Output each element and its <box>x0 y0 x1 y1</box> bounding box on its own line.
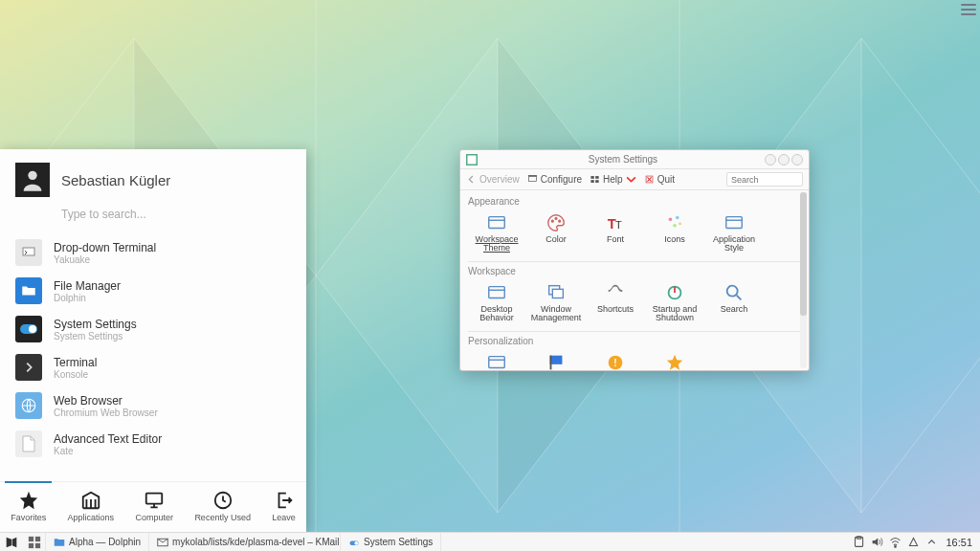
svg-point-19 <box>555 218 557 220</box>
configure-button[interactable]: Configure <box>527 174 582 185</box>
window-icon <box>724 212 745 233</box>
application-launcher: Sebastian Kügler Drop-down TerminalYakua… <box>0 149 306 532</box>
folder-icon <box>15 277 42 304</box>
settings-item-window-management[interactable]: Window Management <box>527 280 585 325</box>
globe-icon <box>15 392 42 419</box>
svg-rect-13 <box>595 176 598 179</box>
launcher-tab-applications[interactable]: Applications <box>68 490 115 522</box>
svg-point-32 <box>727 286 738 297</box>
launcher-tab-computer[interactable]: Computer <box>135 490 173 522</box>
toggle-icon <box>15 316 42 342</box>
svg-text:T: T <box>615 219 622 231</box>
keyboard-icon <box>605 282 626 303</box>
volume-icon[interactable] <box>871 536 883 548</box>
settings-item-color[interactable]: Color <box>527 210 585 255</box>
svg-rect-34 <box>550 355 563 364</box>
favorite-sublabel: Yakuake <box>54 254 156 265</box>
settings-item-notification[interactable]: ! Notification <box>587 350 644 370</box>
svg-rect-41 <box>34 542 39 547</box>
favorite-label: Advanced Text Editor <box>54 432 162 446</box>
favorite-item[interactable]: Drop-down TerminalYakuake <box>0 233 306 272</box>
svg-rect-33 <box>489 356 505 367</box>
updates-icon[interactable] <box>907 536 920 548</box>
terminal-drop-icon <box>15 239 42 266</box>
activity-button[interactable] <box>23 533 46 552</box>
svg-rect-9 <box>468 155 477 164</box>
svg-rect-40 <box>28 542 33 547</box>
svg-rect-14 <box>590 180 593 183</box>
help-button[interactable]: Help <box>590 174 636 185</box>
launcher-search-input[interactable] <box>61 208 291 221</box>
svg-point-1 <box>28 171 36 180</box>
svg-rect-28 <box>489 286 505 298</box>
svg-rect-38 <box>28 536 33 540</box>
sparkles-icon <box>664 212 685 233</box>
network-icon[interactable] <box>889 536 902 548</box>
window-minimize-button[interactable] <box>765 154 776 165</box>
launcher-tabs: Favorites Applications Computer Recently… <box>0 481 306 532</box>
favorite-item[interactable]: TerminalKonsole <box>0 348 306 386</box>
favorite-item[interactable]: File ManagerDolphin <box>0 272 306 310</box>
window-toolbar: Overview Configure Help Quit <box>460 169 809 190</box>
launcher-tab-leave[interactable]: Leave <box>272 490 296 522</box>
doc-icon <box>15 430 42 457</box>
svg-point-23 <box>669 218 673 222</box>
user-avatar[interactable] <box>15 163 50 197</box>
username-label: Sebastian Kügler <box>61 172 170 188</box>
window-icon <box>486 352 507 370</box>
settings-item-applications[interactable]: Applications <box>646 350 703 370</box>
start-button[interactable] <box>0 533 23 552</box>
search-icon <box>724 282 745 303</box>
window-maximize-button[interactable] <box>778 154 790 165</box>
taskbar-task[interactable]: mykolab/lists/kde/plasma-devel – KMail <box>149 533 341 551</box>
window-close-button[interactable] <box>791 154 803 165</box>
overview-button[interactable]: Overview <box>466 174 520 185</box>
svg-rect-15 <box>595 180 598 183</box>
favorite-sublabel: Konsole <box>54 369 97 380</box>
svg-point-24 <box>676 216 679 220</box>
settings-body: Appearance Workspace Theme Color TT Font… <box>460 190 809 370</box>
app-icon <box>466 154 478 165</box>
font-icon: TT <box>605 212 626 233</box>
scrollbar[interactable] <box>800 192 807 368</box>
window-titlebar[interactable]: System Settings <box>460 150 809 169</box>
settings-item-desktop-behavior[interactable]: Desktop Behavior <box>468 280 525 325</box>
svg-point-4 <box>29 325 36 333</box>
taskbar-task[interactable]: Alpha — Dolphin <box>46 533 149 551</box>
settings-item-icons[interactable]: Icons <box>646 210 703 255</box>
launcher-tab-favorites[interactable]: Favorites <box>11 490 46 522</box>
settings-item-workspace-theme[interactable]: Workspace Theme <box>468 210 525 255</box>
system-settings-window: System Settings Overview Configure Help … <box>459 149 810 371</box>
settings-item-regional-settings[interactable]: Regional Settings <box>527 350 585 370</box>
quit-button[interactable]: Quit <box>644 174 675 185</box>
favorite-item[interactable]: Advanced Text EditorKate <box>0 425 306 463</box>
settings-item-account-details[interactable]: Account Details <box>468 350 525 370</box>
favorite-item[interactable]: Web BrowserChromium Web Browser <box>0 386 306 425</box>
svg-point-44 <box>354 540 358 544</box>
svg-point-47 <box>895 546 897 548</box>
settings-item-shortcuts[interactable]: Shortcuts <box>587 280 644 325</box>
tray-expand-icon[interactable] <box>925 536 938 548</box>
settings-item-startup-and-shutdown[interactable]: Startup and Shutdown <box>646 280 703 325</box>
desktop-menu-button[interactable] <box>961 4 976 15</box>
favorite-label: Web Browser <box>54 394 158 408</box>
layers-icon <box>546 282 567 303</box>
svg-rect-39 <box>34 536 39 540</box>
taskbar-task[interactable]: System Settings <box>341 533 441 551</box>
settings-item-font[interactable]: TT Font <box>587 210 644 255</box>
clipboard-icon[interactable] <box>853 536 865 548</box>
system-tray <box>845 536 946 548</box>
launcher-tab-recently-used[interactable]: Recently Used <box>194 490 251 522</box>
clock[interactable]: 16:51 <box>946 537 980 548</box>
svg-rect-27 <box>726 217 743 229</box>
favorite-item[interactable]: System SettingsSystem Settings <box>0 310 306 348</box>
power-icon <box>664 282 685 303</box>
favorite-sublabel: Kate <box>54 446 162 456</box>
favorite-label: Terminal <box>54 356 97 369</box>
favorite-sublabel: Dolphin <box>54 293 121 303</box>
settings-item-application-style[interactable]: Application Style <box>705 210 763 255</box>
svg-text:!: ! <box>613 357 616 367</box>
settings-item-search[interactable]: Search <box>705 280 763 325</box>
settings-search-input[interactable] <box>726 172 803 187</box>
window-icon <box>486 212 507 233</box>
